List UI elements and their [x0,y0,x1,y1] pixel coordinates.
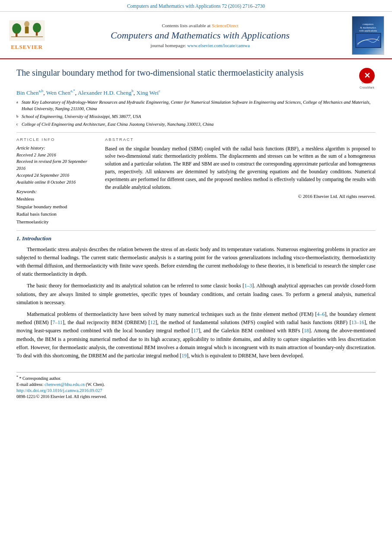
article-info-abstract-section: Article Info Article history: Received 2… [16,137,376,226]
science-direct-link[interactable]: ScienceDirect [212,23,239,28]
ref-4-6[interactable]: 4–6 [317,311,325,317]
crossmark-logo[interactable]: ✕ CrossMark CrossMark [358,67,376,84]
abstract-text: Based on the singular boundary method (S… [105,145,376,191]
footer-email-line: E-mail address: chenwen@hhu.edu.cn (W. C… [16,382,376,387]
contents-prefix: Contents lists available at [162,23,211,28]
svg-point-1 [24,21,29,27]
affiliations: a State Key Laboratory of Hydrology-Wate… [16,99,376,128]
article-title-text: The singular boundary method for two-dim… [16,67,352,83]
crossmark-icon: ✕ CrossMark [358,67,376,84]
journal-center-info: Contents lists available at ScienceDirec… [48,23,352,48]
svg-text:✕: ✕ [364,71,370,80]
article-title-section: The singular boundary method for two-dim… [16,67,376,84]
footer-issn-copyright: 0898-1221/© 2016 Elsevier Ltd. All right… [16,394,376,399]
divider-1 [16,132,376,133]
keyword-3: Radial basis function [16,210,96,218]
svg-point-3 [12,23,21,34]
affiliation-a: a State Key Laboratory of Hydrology-Wate… [16,99,376,113]
ref-17[interactable]: 17 [193,328,198,334]
ref-13-16[interactable]: 13–16 [351,319,364,325]
history-title: Article history: [16,145,96,150]
svg-rect-4 [16,33,17,37]
doi-link[interactable]: http://dx.doi.org/10.1016/j.camwa.2016.0… [16,388,102,393]
article-info-header: Article Info [16,137,96,142]
keywords-section: Keywords: Meshless Singular boundary met… [16,189,96,226]
history-revised: Received in revised form 20 September 20… [16,158,96,172]
journal-citation: Computers and Mathematics with Applicati… [127,3,265,9]
intro-para-3: Mathematical problems of thermoelasticit… [16,310,376,360]
author-sup-3: b [131,89,134,93]
keywords-title: Keywords: [16,189,96,194]
article-title: The singular boundary method for two-dim… [16,67,352,78]
intro-para-2: The basic theory for thermoelasticity an… [16,282,376,307]
footer-section: * * Corresponding author. E-mail address… [16,372,376,399]
history-accepted: Accepted 24 September 2016 [16,172,96,179]
affiliation-b: b School of Engineering, University of M… [16,113,376,120]
intro-section-title: 1. Introduction [16,235,376,242]
corresponding-label: * Corresponding author. [19,376,61,381]
affiliation-c: c College of Civil Engineering and Archi… [16,121,376,128]
svg-rect-6 [35,32,37,36]
ref-12[interactable]: 12 [150,319,156,325]
abstract-copyright: © 2016 Elsevier Ltd. All rights reserved… [105,194,376,199]
page: Computers and Mathematics with Applicati… [0,0,392,535]
author-sup-2: a,* [70,89,75,93]
aff-text-b: School of Engineering, University of Mis… [22,113,141,120]
keyword-1: Meshless [16,195,96,203]
article-body: The singular boundary method for two-dim… [0,59,392,368]
svg-text:CrossMark: CrossMark [362,81,373,84]
author-alexander-cheng[interactable]: Alexander H.D. Cheng [78,89,131,96]
footer-star-sup: * [16,375,18,379]
email-label: E-mail address: [16,382,45,387]
ref-7-11[interactable]: 7–11 [52,319,63,325]
journal-cover-thumbnail: computers& mathematicswith applications [352,16,384,55]
svg-rect-2 [25,27,29,34]
author-bin-chen[interactable]: Bin Chen [16,89,38,96]
abstract-header: Abstract [105,137,376,142]
keyword-4: Thermoelasticity [16,218,96,226]
ref-18[interactable]: 18 [304,328,309,334]
authors-line: Bin Chena,b, Wen Chena,*, Alexander H.D.… [16,89,376,96]
email-link[interactable]: chenwen@hhu.edu.cn [45,382,85,387]
crossmark-label: CrossMark [358,86,376,89]
intro-para-1: Thermoelastic stress analysis describes … [16,245,376,279]
aff-text-a: State Key Laboratory of Hydrology-Water … [22,99,376,113]
history-available: Available online 8 October 2016 [16,179,96,186]
footer-corresponding: * * Corresponding author. [16,375,376,381]
homepage-prefix: journal homepage: [150,43,187,48]
author-xing-wei[interactable]: Xing Wei [136,89,159,96]
divider-2 [16,230,376,231]
elsevier-tree-icon [6,20,48,43]
svg-point-5 [32,23,41,33]
aff-sup-a: a [16,99,22,113]
article-history: Article history: Received 2 June 2016 Re… [16,145,96,186]
keyword-2: Singular boundary method [16,203,96,211]
journal-header: ELSEVIER Contents lists available at Sci… [0,12,392,59]
elsevier-logo-area: ELSEVIER [5,20,48,51]
footer-doi: http://dx.doi.org/10.1016/j.camwa.2016.0… [16,388,376,393]
journal-link-bar[interactable]: Computers and Mathematics with Applicati… [0,0,392,12]
homepage-line: journal homepage: www.elsevier.com/locat… [48,43,352,48]
science-direct-line: Contents lists available at ScienceDirec… [48,23,352,28]
introduction-section: 1. Introduction Thermoelastic stress ana… [16,235,376,360]
author-sup-1: a,b [38,89,43,93]
aff-sup-b: b [16,113,22,120]
aff-sup-c: c [16,121,22,128]
author-wen-chen[interactable]: Wen Chen [46,89,70,96]
cover-graphic-icon [355,33,381,48]
abstract-column: Abstract Based on the singular boundary … [105,137,376,226]
journal-title: Computers and Mathematics with Applicati… [48,30,352,41]
homepage-url-link[interactable]: www.elsevier.com/locate/camwa [187,43,250,48]
author-sup-4: c [159,89,160,93]
history-received: Received 2 June 2016 [16,152,96,159]
article-info-column: Article Info Article history: Received 2… [16,137,96,226]
elsevier-brand-text: ELSEVIER [11,44,43,51]
aff-text-c: College of Civil Engineering and Archite… [22,121,214,128]
ref-1-3[interactable]: 1–3 [244,283,252,289]
ref-19[interactable]: 19 [182,353,187,359]
email-author: (W. Chen). [85,382,105,387]
